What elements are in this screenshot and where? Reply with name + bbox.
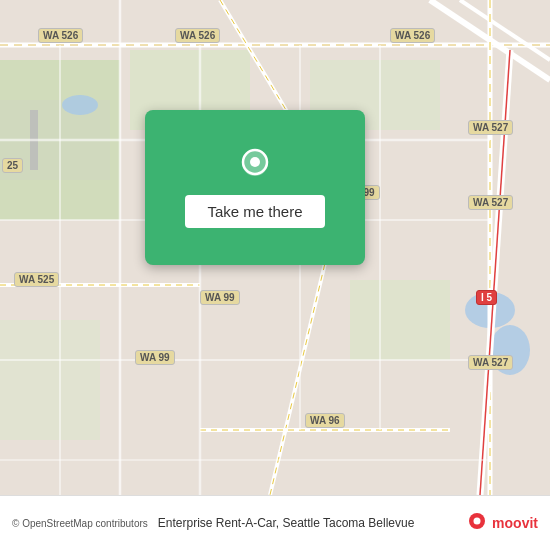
road-label-wa527-3: WA 527 bbox=[468, 355, 513, 370]
road-label-25: 25 bbox=[2, 158, 23, 173]
road-label-wa527-2: WA 527 bbox=[468, 195, 513, 210]
take-me-there-button[interactable]: Take me there bbox=[185, 195, 324, 228]
location-pin-icon bbox=[236, 147, 274, 185]
location-name: Enterprise Rent-A-Car, Seattle Tacoma Be… bbox=[158, 516, 456, 530]
bottom-bar: © OpenStreetMap contributors Enterprise … bbox=[0, 495, 550, 550]
road-label-wa99-2: WA 99 bbox=[200, 290, 240, 305]
moovit-pin-icon bbox=[466, 512, 488, 534]
road-label-i5: I 5 bbox=[476, 290, 497, 305]
location-card: Take me there bbox=[145, 110, 365, 265]
svg-point-40 bbox=[474, 518, 481, 525]
road-label-wa526-mid: WA 526 bbox=[175, 28, 220, 43]
moovit-logo: moovit bbox=[466, 512, 538, 534]
svg-rect-9 bbox=[0, 320, 100, 440]
road-label-wa96: WA 96 bbox=[305, 413, 345, 428]
copyright-text: © OpenStreetMap contributors bbox=[12, 518, 148, 529]
map-container: WA 526 WA 526 WA 526 WA 527 WA 527 WA 52… bbox=[0, 0, 550, 495]
road-label-wa527-1: WA 527 bbox=[468, 120, 513, 135]
svg-rect-10 bbox=[350, 280, 450, 360]
moovit-brand-text: moovit bbox=[492, 515, 538, 531]
road-label-wa99-3: WA 99 bbox=[135, 350, 175, 365]
road-label-wa525: WA 525 bbox=[14, 272, 59, 287]
svg-point-4 bbox=[62, 95, 98, 115]
road-label-wa526-left: WA 526 bbox=[38, 28, 83, 43]
road-label-wa526-right: WA 526 bbox=[390, 28, 435, 43]
